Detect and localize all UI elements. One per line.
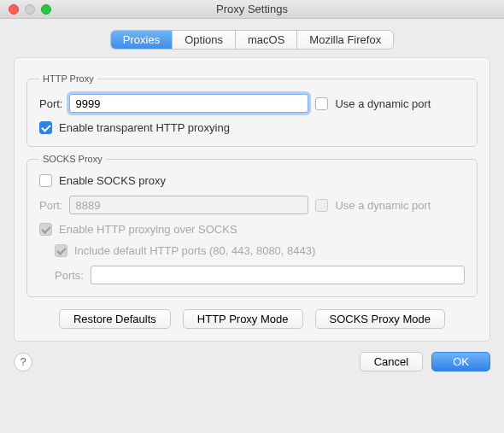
socks-proxy-group: SOCKS Proxy Enable SOCKS proxy Port: Use… — [26, 154, 478, 297]
tab-proxies[interactable]: Proxies — [111, 31, 173, 49]
http-proxy-mode-button[interactable]: HTTP Proxy Mode — [183, 309, 303, 329]
http-transparent-checkbox[interactable] — [39, 121, 52, 134]
http-proxy-legend: HTTP Proxy — [39, 73, 97, 84]
minimize-icon — [25, 4, 35, 15]
socks-default-ports-label: Include default HTTP ports (80, 443, 808… — [74, 244, 315, 257]
mode-button-row: Restore Defaults HTTP Proxy Mode SOCKS P… — [26, 309, 478, 329]
main-panel: HTTP Proxy Port: Use a dynamic port Enab… — [14, 57, 490, 342]
socks-enable-label: Enable SOCKS proxy — [59, 174, 166, 187]
socks-dynamic-checkbox — [315, 199, 328, 212]
close-icon[interactable] — [9, 4, 19, 15]
window-title: Proxy Settings — [0, 3, 504, 15]
footer: ? Cancel OK — [0, 352, 504, 383]
tab-bar: Proxies Options macOS Mozilla Firefox — [14, 31, 490, 49]
socks-ports-label: Ports: — [55, 269, 84, 282]
socks-proxy-legend: SOCKS Proxy — [39, 154, 106, 164]
socks-dynamic-label: Use a dynamic port — [335, 199, 431, 212]
http-proxy-group: HTTP Proxy Port: Use a dynamic port Enab… — [26, 73, 478, 147]
tab-macos[interactable]: macOS — [236, 31, 297, 49]
socks-enable-checkbox[interactable] — [39, 174, 52, 187]
ok-button[interactable]: OK — [431, 352, 490, 372]
restore-defaults-button[interactable]: Restore Defaults — [59, 309, 171, 329]
cancel-button[interactable]: Cancel — [360, 352, 423, 372]
http-dynamic-checkbox[interactable] — [315, 97, 328, 110]
tab-firefox[interactable]: Mozilla Firefox — [297, 31, 393, 49]
help-icon: ? — [20, 355, 26, 368]
socks-proxy-mode-button[interactable]: SOCKS Proxy Mode — [315, 309, 446, 329]
traffic-lights — [0, 4, 51, 15]
socks-ports-input — [91, 266, 465, 284]
socks-port-input — [69, 196, 308, 214]
socks-port-label: Port: — [39, 199, 62, 212]
http-port-input[interactable] — [69, 94, 308, 113]
socks-over-checkbox — [39, 223, 52, 236]
fullscreen-icon[interactable] — [41, 4, 51, 15]
socks-default-ports-checkbox — [55, 244, 67, 257]
http-port-label: Port: — [39, 97, 62, 110]
socks-over-label: Enable HTTP proxying over SOCKS — [59, 223, 237, 236]
tab-options[interactable]: Options — [173, 31, 236, 49]
http-dynamic-label: Use a dynamic port — [335, 97, 431, 110]
title-bar: Proxy Settings — [0, 0, 504, 19]
help-button[interactable]: ? — [14, 353, 32, 372]
http-transparent-label: Enable transparent HTTP proxying — [59, 121, 230, 134]
